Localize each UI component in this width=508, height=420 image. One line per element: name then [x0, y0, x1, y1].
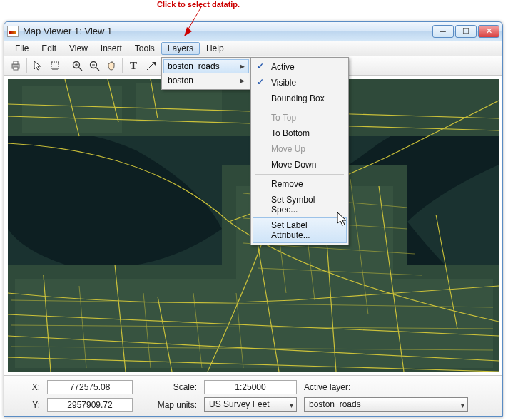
submenu-item-label: boston_roads — [168, 61, 220, 71]
svg-rect-6 — [51, 62, 59, 69]
toolbar-separator — [122, 58, 123, 73]
svg-marker-1 — [184, 27, 192, 36]
layers-submenu-item[interactable]: boston ▶ — [163, 73, 249, 88]
ctx-label: To Bottom — [271, 128, 310, 138]
menu-layers[interactable]: Layers — [161, 42, 200, 55]
menu-view[interactable]: View — [63, 42, 94, 55]
close-button[interactable]: ✕ — [478, 25, 499, 38]
layers-submenu-item[interactable]: boston_roads ▶ — [163, 59, 249, 73]
ctx-label: Move Up — [271, 144, 305, 154]
menu-file[interactable]: File — [9, 42, 35, 55]
ctx-to-top: To Top — [253, 110, 347, 126]
map-units-select[interactable]: US Survey Feet — [204, 397, 297, 412]
minimize-button[interactable]: ─ — [432, 25, 454, 38]
titlebar[interactable]: Map Viewer 1: View 1 ─ ☐ ✕ — [4, 22, 502, 41]
ctx-move-up: Move Up — [253, 141, 347, 157]
svg-line-12 — [96, 67, 99, 71]
pointer-icon[interactable] — [30, 58, 46, 73]
menu-edit[interactable]: Edit — [35, 42, 63, 55]
layer-context-menu: ✓ Active ✓ Visible Bounding Box To Top T… — [250, 57, 349, 245]
menu-tools[interactable]: Tools — [128, 42, 161, 55]
y-value-field: 2957909.72 — [47, 398, 133, 412]
submenu-arrow-icon: ▶ — [240, 77, 245, 84]
svg-rect-3 — [14, 61, 18, 64]
ctx-label: Move Down — [271, 160, 316, 170]
status-bar: X: 772575.08 Scale: 1:25000 Active layer… — [4, 375, 502, 416]
x-value-field: 772575.08 — [47, 380, 133, 394]
app-icon — [7, 26, 19, 37]
menu-separator — [255, 108, 344, 108]
map-units-label: Map units: — [140, 400, 197, 410]
layers-submenu: boston_roads ▶ boston ▶ — [161, 57, 251, 90]
ctx-label: Remove — [271, 179, 303, 189]
mouse-cursor-icon — [337, 212, 349, 227]
ctx-label: Bounding Box — [271, 93, 325, 103]
ctx-set-symbol-spec[interactable]: Set Symbol Spec... — [253, 192, 347, 217]
annotation-arrow — [184, 6, 205, 36]
svg-rect-20 — [22, 86, 122, 133]
ctx-visible[interactable]: ✓ Visible — [253, 75, 347, 91]
print-icon[interactable] — [8, 58, 24, 73]
check-icon: ✓ — [257, 61, 264, 71]
ctx-move-down[interactable]: Move Down — [253, 157, 347, 173]
svg-marker-24 — [337, 212, 346, 225]
scale-label: Scale: — [140, 382, 197, 392]
menu-separator — [255, 174, 344, 175]
ctx-remove[interactable]: Remove — [253, 176, 347, 192]
insert-arrow-icon[interactable] — [143, 58, 158, 73]
x-label: X: — [19, 382, 40, 392]
zoom-out-icon[interactable] — [86, 58, 102, 73]
window-title: Map Viewer 1: View 1 — [23, 26, 432, 36]
pan-icon[interactable] — [103, 58, 119, 73]
zoom-in-icon[interactable] — [69, 58, 85, 73]
submenu-item-label: boston — [168, 76, 193, 86]
menu-insert[interactable]: Insert — [94, 42, 128, 55]
ctx-label: Active — [271, 62, 295, 72]
insert-text-icon[interactable]: T — [126, 58, 141, 73]
ctx-active[interactable]: ✓ Active — [253, 59, 347, 75]
submenu-arrow-icon: ▶ — [240, 63, 245, 70]
ctx-set-label-attribute[interactable]: Set Label Attribute... — [253, 217, 347, 243]
ctx-label: Set Symbol Spec... — [271, 195, 315, 215]
ctx-bounding-box[interactable]: Bounding Box — [253, 91, 347, 106]
ctx-label: To Top — [271, 113, 296, 123]
svg-line-8 — [78, 67, 82, 71]
svg-marker-15 — [152, 62, 156, 66]
y-label: Y: — [19, 400, 40, 410]
scale-field[interactable]: 1:25000 — [204, 380, 297, 394]
menubar: File Edit View Insert Tools Layers Help — [4, 41, 502, 56]
toolbar-separator — [26, 58, 27, 73]
check-icon: ✓ — [257, 77, 264, 87]
svg-marker-5 — [34, 61, 41, 70]
active-layer-label: Active layer: — [304, 382, 368, 392]
active-layer-select[interactable]: boston_roads — [304, 397, 468, 412]
marquee-select-icon[interactable] — [47, 58, 63, 73]
svg-line-0 — [187, 6, 202, 31]
svg-rect-4 — [14, 67, 18, 70]
toolbar-separator — [66, 58, 66, 73]
maximize-button[interactable]: ☐ — [455, 25, 477, 38]
menu-help[interactable]: Help — [200, 42, 230, 55]
ctx-to-bottom[interactable]: To Bottom — [253, 126, 347, 141]
svg-line-14 — [147, 63, 153, 70]
ctx-label: Set Label Attribute... — [271, 220, 310, 240]
ctx-label: Visible — [271, 78, 296, 88]
